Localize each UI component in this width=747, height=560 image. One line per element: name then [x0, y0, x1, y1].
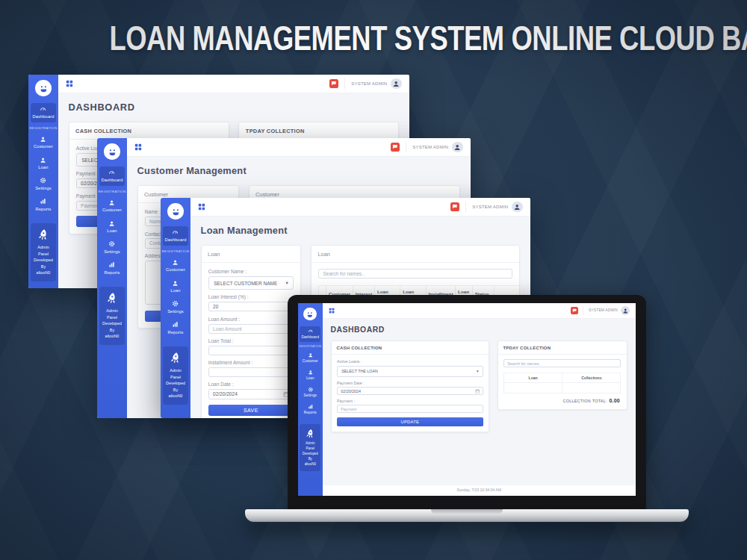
app-logo[interactable] [167, 203, 184, 220]
admin-user-label: SYSTEM ADMIN [412, 145, 448, 149]
sidebar-item-settings[interactable]: Settings [99, 237, 125, 257]
user-menu[interactable]: SYSTEM ADMIN [465, 202, 522, 212]
menu-toggle-button[interactable] [329, 308, 335, 314]
menu-toggle-button[interactable] [198, 203, 205, 211]
customer-name-label: Customer Name : [208, 269, 294, 274]
user-menu[interactable]: SYSTEM ADMIN [406, 142, 462, 152]
topbar: SYSTEM ADMIN [323, 303, 636, 319]
collection-search-input[interactable] [503, 359, 621, 367]
loan-icon [308, 370, 313, 375]
sidebar-item-label: Dashboard [101, 178, 123, 182]
chat-icon [452, 204, 458, 210]
admin-user-label: SYSTEM ADMIN [351, 81, 387, 86]
chat-icon [331, 81, 337, 87]
page-heading: Customer Management [137, 165, 461, 176]
card-title: TPDAY COLLECTION [498, 341, 627, 354]
developer-badge-text: Admin Panel Developed By altooN0 [101, 308, 123, 339]
sidebar-item-dashboard[interactable]: Dashboard [300, 326, 320, 342]
menu-grid-icon [66, 80, 73, 87]
notifications-button[interactable] [571, 307, 578, 314]
user-icon [108, 199, 115, 206]
developer-badge-text: Admin Panel Developed By altooN0 [301, 441, 319, 467]
sidebar-item-label: Settings [167, 309, 184, 314]
sidebar-section-label: REGISTRATION [162, 249, 190, 253]
chat-icon [572, 308, 577, 313]
sidebar-item-loan[interactable]: Loan [99, 217, 125, 236]
user-menu[interactable]: SYSTEM ADMIN [583, 306, 629, 315]
laptop-mockup: Dashboard REGISTRATION Customer Loan Set… [245, 295, 689, 528]
dashboard-icon [108, 169, 115, 176]
loan-search-input[interactable] [318, 269, 512, 279]
developer-badge: Admin Panel Developed By altooN0 [99, 287, 125, 345]
sidebar-section-label: REGISTRATION [99, 190, 126, 193]
chat-icon [392, 144, 398, 150]
topbar: SYSTEM ADMIN [58, 75, 409, 93]
sidebar-item-label: Loan [306, 376, 314, 380]
sidebar-item-label: Loan [170, 288, 180, 293]
sidebar-item-reports[interactable]: Reports [99, 258, 125, 278]
sidebar-item-customer[interactable]: Customer [99, 196, 125, 215]
user-icon [172, 259, 179, 266]
update-button[interactable]: UPDATE [337, 417, 483, 426]
app-logo[interactable] [303, 308, 317, 321]
collection-table: Loan Collections [503, 373, 621, 393]
topbar: SYSTEM ADMIN [190, 198, 530, 217]
customer-select[interactable]: SELECT CUSTOMER NAME ▾ [208, 276, 294, 290]
sidebar-item-label: Settings [104, 249, 120, 254]
sidebar-item-label: Reports [168, 330, 184, 335]
sidebar-item-customer[interactable]: Customer [300, 350, 320, 366]
sidebar-item-settings[interactable]: Settings [300, 384, 320, 399]
sidebar-item-dashboard[interactable]: Dashboard [163, 226, 188, 246]
sidebar-item-label: Customer [102, 208, 122, 212]
developer-badge: Admin Panel Developed By altooN0 [31, 223, 56, 281]
sidebar-item-loan[interactable]: Loan [31, 153, 56, 172]
payment-date-input[interactable] [337, 387, 483, 395]
payment-input[interactable] [337, 405, 483, 413]
menu-toggle-button[interactable] [66, 80, 73, 87]
user-icon [308, 352, 313, 358]
sidebar: Dashboard REGISTRATION Customer Loan Set… [298, 303, 323, 496]
sidebar-item-loan[interactable]: Loan [163, 276, 188, 296]
sidebar-item-label: Reports [304, 411, 317, 414]
dashboard-icon [308, 329, 313, 334]
developer-badge: Admin Panel Developed By altooN0 [300, 424, 320, 471]
laptop-screen: Dashboard REGISTRATION Customer Loan Set… [288, 295, 646, 509]
sidebar-item-dashboard[interactable]: Dashboard [99, 167, 125, 186]
card-title: CASH COLLECTION [332, 341, 489, 354]
report-icon [172, 321, 179, 328]
smiley-logo-icon [305, 309, 315, 320]
tpday-collection-card: TPDAY COLLECTION Loan Collections [498, 340, 627, 409]
gear-icon [308, 387, 313, 392]
app-logo[interactable] [104, 143, 120, 160]
sidebar-item-reports[interactable]: Reports [300, 401, 320, 417]
sidebar-item-dashboard[interactable]: Dashboard [31, 103, 56, 122]
app-logo[interactable] [35, 80, 52, 96]
sidebar-item-customer[interactable]: Customer [31, 132, 56, 152]
notifications-button[interactable] [329, 79, 338, 88]
menu-toggle-button[interactable] [134, 143, 142, 151]
rocket-icon [168, 350, 184, 366]
user-menu[interactable]: SYSTEM ADMIN [344, 78, 401, 89]
sidebar-item-customer[interactable]: Customer [163, 255, 188, 275]
sidebar-section-label: REGISTRATION [299, 345, 321, 348]
loan-select[interactable]: SELECT THE LOAN ▾ [337, 366, 483, 377]
sidebar-item-settings[interactable]: Settings [31, 174, 56, 193]
notifications-button[interactable] [391, 143, 400, 152]
sidebar-item-reports[interactable]: Reports [163, 318, 188, 337]
sidebar-item-label: Customer [34, 144, 53, 149]
user-icon [40, 136, 46, 143]
sidebar-item-label: Dashboard [32, 114, 54, 119]
admin-user-label: SYSTEM ADMIN [589, 308, 618, 312]
user-avatar [512, 202, 522, 212]
sidebar-item-label: Reports [105, 270, 120, 275]
sidebar-item-loan[interactable]: Loan [300, 367, 320, 383]
smiley-logo-icon [106, 146, 119, 158]
sidebar-item-label: Customer [166, 267, 185, 272]
sidebar: Dashboard REGISTRATION Customer Loan Set… [161, 198, 190, 418]
laptop-notch [431, 509, 503, 514]
notifications-button[interactable] [450, 202, 459, 211]
report-icon [108, 261, 115, 268]
sidebar-item-settings[interactable]: Settings [163, 297, 188, 317]
sidebar-item-reports[interactable]: Reports [31, 195, 56, 214]
sidebar-item-label: Loan [107, 228, 117, 233]
